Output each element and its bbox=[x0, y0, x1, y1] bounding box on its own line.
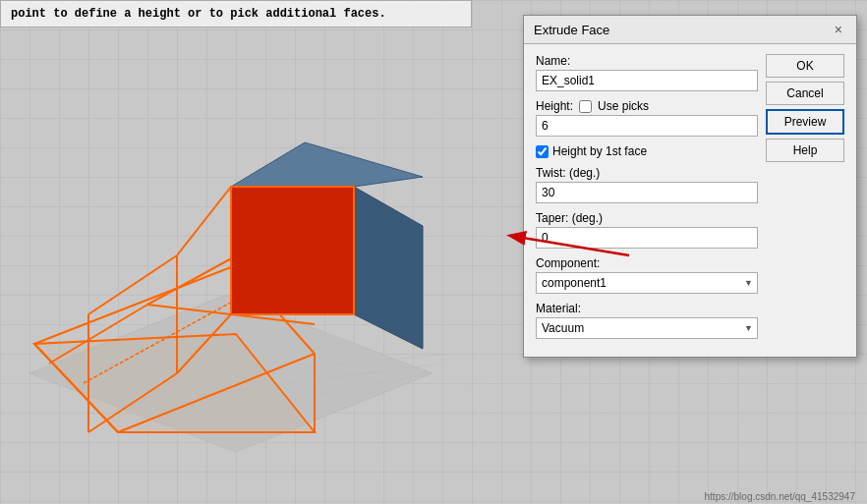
use-picks-label: Use picks bbox=[598, 99, 649, 113]
taper-input[interactable] bbox=[536, 227, 758, 249]
cancel-button[interactable]: Cancel bbox=[766, 82, 844, 105]
svg-marker-16 bbox=[354, 187, 423, 349]
twist-field-group: Twist: (deg.) bbox=[536, 166, 758, 203]
material-select-wrapper: Vacuum bbox=[536, 317, 758, 339]
instruction-text: point to define a height or to pick addi… bbox=[11, 7, 386, 21]
height-by-1st-face-label: Height by 1st face bbox=[552, 144, 647, 158]
dialog-close-button[interactable]: × bbox=[831, 22, 846, 37]
material-field-group: Material: Vacuum bbox=[536, 302, 758, 339]
extrude-face-dialog: Extrude Face × Name: Height: Use picks bbox=[523, 15, 857, 358]
height-by-1st-face-checkbox[interactable] bbox=[536, 145, 549, 158]
twist-label: Twist: (deg.) bbox=[536, 166, 758, 180]
svg-rect-18 bbox=[231, 187, 354, 314]
ok-button[interactable]: OK bbox=[766, 54, 844, 78]
taper-label: Taper: (deg.) bbox=[536, 211, 758, 225]
dialog-left-column: Name: Height: Use picks Height by 1st fa… bbox=[536, 54, 758, 347]
help-button[interactable]: Help bbox=[766, 139, 844, 162]
taper-field-group: Taper: (deg.) bbox=[536, 211, 758, 249]
height-by-1st-face-row: Height by 1st face bbox=[536, 144, 758, 158]
component-label: Component: bbox=[536, 256, 758, 270]
component-field-group: Component: component1 bbox=[536, 256, 758, 294]
preview-button[interactable]: Preview bbox=[766, 109, 844, 135]
watermark: https://blog.csdn.net/qq_41532947 bbox=[705, 491, 855, 502]
name-label: Name: bbox=[536, 54, 758, 68]
svg-marker-17 bbox=[231, 142, 423, 187]
height-field-group: Height: Use picks bbox=[536, 99, 758, 137]
viewport: point to define a height or to pick addi… bbox=[0, 0, 867, 504]
dialog-titlebar: Extrude Face × bbox=[524, 16, 856, 44]
use-picks-checkbox[interactable] bbox=[579, 100, 592, 113]
material-select[interactable]: Vacuum bbox=[536, 317, 758, 339]
dialog-button-column: OK Cancel Preview Help bbox=[766, 54, 844, 347]
twist-input[interactable] bbox=[536, 182, 758, 203]
instruction-bar: point to define a height or to pick addi… bbox=[0, 0, 472, 28]
name-field-group: Name: bbox=[536, 54, 758, 91]
height-label: Height: Use picks bbox=[536, 99, 758, 113]
scene-canvas bbox=[0, 0, 491, 504]
dialog-body: Name: Height: Use picks Height by 1st fa… bbox=[524, 44, 856, 357]
height-input[interactable] bbox=[536, 115, 758, 137]
svg-line-20 bbox=[177, 187, 231, 255]
component-select-wrapper: component1 bbox=[536, 272, 758, 294]
name-input[interactable] bbox=[536, 70, 758, 91]
dialog-title: Extrude Face bbox=[534, 23, 609, 37]
component-select[interactable]: component1 bbox=[536, 272, 758, 294]
material-label: Material: bbox=[536, 302, 758, 315]
